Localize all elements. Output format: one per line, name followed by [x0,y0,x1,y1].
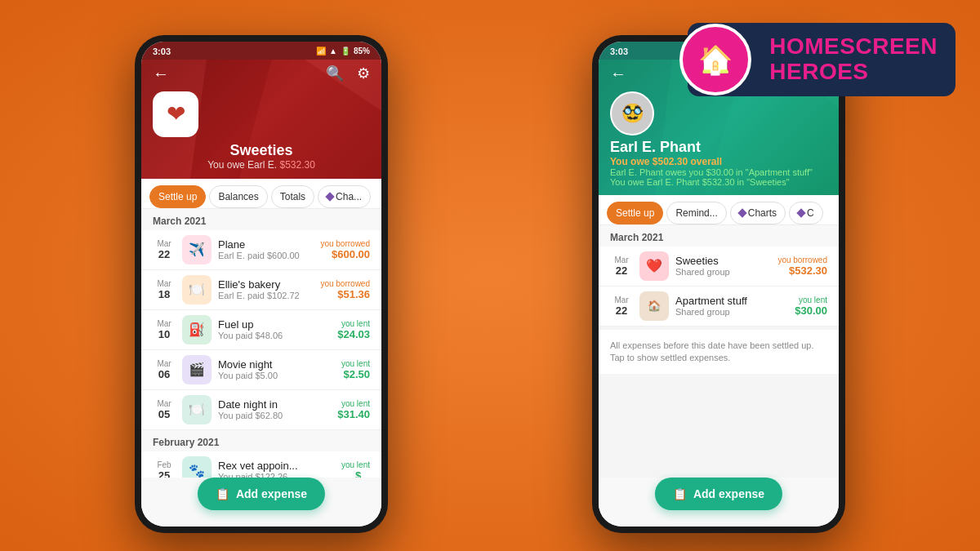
expense-type: you borrowed [320,239,370,248]
phone1-owe-text: You owe Earl E. $532.30 [153,159,370,171]
phone1-tab-settle[interactable]: Settle up [149,185,206,208]
expense-sub: Shared group [675,267,771,277]
expense-name: Fuel up [218,318,331,331]
phone2-time: 3:03 [610,47,628,56]
expense-amount: $30.00 [795,304,827,317]
table-row[interactable]: Mar10 ⛽ Fuel up You paid $48.06 you lent… [141,310,381,350]
phone2-tab-more[interactable]: C [789,202,823,224]
avatar-emoji: 🥸 [621,103,644,124]
hero-banner: 🏠 HOMESCREEN HEROES [688,23,956,96]
phone1-expense-list: March 2021 Mar22 ✈️ Plane Earl E. paid $… [141,209,381,478]
phone1-tab-totals[interactable]: Totals [271,185,314,208]
expense-name: Apartment stuff [675,295,788,307]
phone1-time: 3:03 [153,47,171,56]
expense-info: Fuel up You paid $48.06 [218,318,331,340]
add-expense-icon: 📋 [216,487,229,500]
phone1-tab-balances[interactable]: Balances [209,185,267,208]
phone1-signal-icon: 📶 [316,47,326,56]
phone1-tab-bar: Settle up Balances Totals Cha... [141,179,381,209]
phone2: 3:03 📶 ▲ 🔋 85% ← [592,35,845,533]
expense-name: Movie night [218,358,335,371]
table-row[interactable]: Mar06 🎬 Movie night You paid $5.00 you l… [141,350,381,390]
phone2-detail2: You owe Earl E. Phant $532.30 in "Sweeti… [610,177,827,187]
expense-date: Mar22 [610,256,633,277]
phone1-back-button[interactable]: ← [153,64,169,83]
phone1-status-bar: 3:03 📶 ▲ 🔋 85% [141,42,381,60]
expense-icon: 🎬 [182,355,212,384]
expense-date: Mar18 [153,279,176,300]
expense-payer: You paid $5.00 [218,371,335,380]
phone1-month-feb: February 2021 [141,430,381,451]
expense-info: Plane Earl E. paid $600.00 [218,238,314,260]
phone2-tab-charts[interactable]: Charts [730,202,786,224]
phone1-app-logo: ❤ [153,91,198,137]
expense-amount: $600.00 [320,248,370,260]
expense-icon: ❤️ [639,251,669,281]
expense-payer: You paid $62.80 [218,411,331,420]
settled-text: All expenses before this date have been … [610,340,827,365]
expense-sub: Shared group [675,307,788,317]
table-row[interactable]: Mar22 🏠 Apartment stuff Shared group you… [599,287,839,327]
expense-amount-box: you borrowed $600.00 [320,239,370,260]
phone2-settled-note[interactable]: All expenses before this date have been … [599,330,839,375]
phone2-fab-area: 📋 Add expense [599,478,839,527]
expense-payer: You paid $48.06 [218,331,331,340]
expense-amount-box: you lent $... [341,460,370,478]
phone1-settings-icon[interactable]: ⚙ [357,64,370,82]
expense-name: Ellie's bakery [218,278,314,291]
phone2-avatar: 🥸 [610,91,654,136]
add-expense-icon2: 📋 [673,487,687,500]
expense-date: Feb25 [153,460,176,478]
expense-type: you borrowed [320,279,370,288]
phone1-fab-area: 📋 Add expense [141,478,381,527]
expense-amount-box: you lent $31.40 [337,399,370,420]
phone1-screen: 3:03 📶 ▲ 🔋 85% ← [141,42,381,527]
expense-icon: ⛽ [182,315,212,344]
phone1-search-icon[interactable]: 🔍 [326,64,344,82]
table-row[interactable]: Mar05 🍽️ Date night in You paid $62.80 y… [141,390,381,430]
table-row[interactable]: Mar18 🍽️ Ellie's bakery Earl E. paid $10… [141,270,381,310]
table-row[interactable]: Mar22 ❤️ Sweeties Shared group you borro… [599,247,839,287]
phone1-tab-charts[interactable]: Cha... [318,185,371,208]
phone1-add-expense-button[interactable]: 📋 Add expense [198,478,325,510]
phone2-back-button[interactable]: ← [610,64,626,83]
expense-info: Rex vet appoin... You paid $122.26 [218,460,335,478]
expense-amount: $31.40 [337,408,370,420]
expense-amount-box: you borrowed $532.30 [777,256,827,277]
expense-date: Mar06 [153,359,176,380]
expense-type: you lent [337,399,370,408]
hero-title: HOMESCREEN HEROES [769,34,938,85]
expense-name: Date night in [218,398,331,411]
expense-info: Ellie's bakery Earl E. paid $102.72 [218,278,314,300]
scene: 3:03 📶 ▲ 🔋 85% ← [0,0,980,551]
expense-amount: $51.36 [320,288,370,300]
expense-payer: Earl E. paid $600.00 [218,251,314,260]
expense-icon: 🐾 [182,456,212,478]
phone2-tab-settle[interactable]: Settle up [607,202,663,224]
phone2-add-expense-button[interactable]: 📋 Add expense [655,478,782,510]
chart-diamond-icon [325,192,334,201]
phone2-owe-overall: You owe $502.30 overall [610,156,827,167]
phone1: 3:03 📶 ▲ 🔋 85% ← [135,35,388,533]
expense-icon: 🍽️ [182,395,212,424]
phone1-app-header: ← 🔍 ⚙ ❤ Sweeties You owe Earl E. $532.30 [141,60,381,179]
expense-type: you lent [341,359,370,368]
phone1-status-icons: 📶 ▲ 🔋 85% [316,47,370,56]
phone2-tab-remind[interactable]: Remind... [666,202,726,224]
expense-amount-box: you lent $2.50 [341,359,370,380]
expense-amount: $532.30 [777,264,827,277]
expense-amount: $... [341,469,370,478]
expense-amount-box: you lent $30.00 [795,295,827,317]
phone2-expense-list: March 2021 Mar22 ❤️ Sweeties Shared grou… [599,225,839,478]
expense-icon: ✈️ [182,235,212,264]
expense-info: Movie night You paid $5.00 [218,358,335,380]
expense-amount: $24.03 [337,328,370,340]
expense-payer: Earl E. paid $102.72 [218,291,314,300]
expense-date: Mar22 [153,239,176,260]
table-row[interactable]: Feb25 🐾 Rex vet appoin... You paid $122.… [141,451,381,478]
expense-info: Apartment stuff Shared group [675,295,788,317]
phone1-header-icons: 🔍 ⚙ [326,64,370,82]
expense-icon: 🍽️ [182,275,212,304]
table-row[interactable]: Mar22 ✈️ Plane Earl E. paid $600.00 you … [141,230,381,270]
expense-date: Mar05 [153,399,176,420]
